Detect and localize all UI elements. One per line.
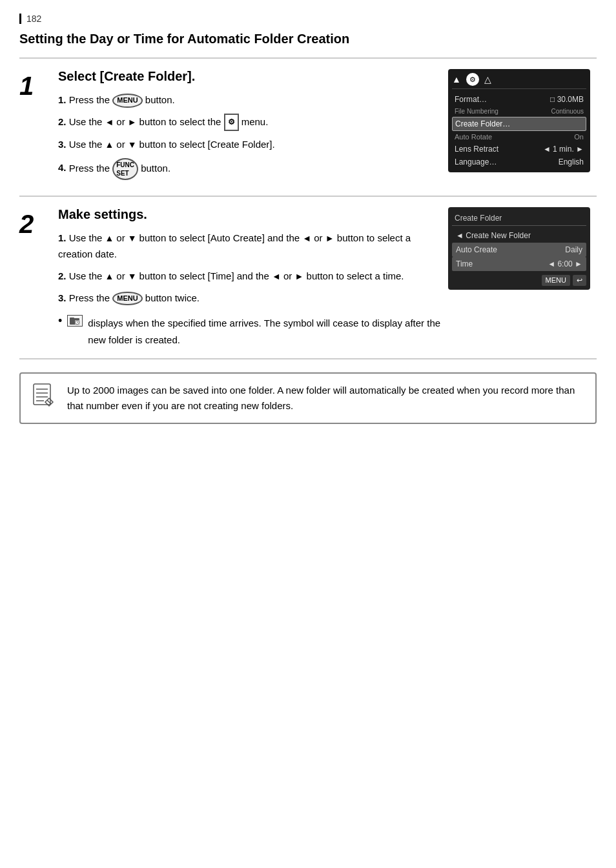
menu-row-format: Format…□ 30.0MB: [452, 93, 586, 106]
menu-footer-btn: MENU: [542, 275, 570, 286]
step-1-screen: ▲ ⚙ △ Format…□ 30.0MB File NumberingCont…: [448, 69, 597, 185]
page-number: 182: [19, 14, 41, 24]
create-new-folder-item: ◄ Create New Folder: [452, 228, 586, 243]
step-1-row: 1 Select [Create Folder]. Press the MENU…: [19, 59, 597, 197]
func-set-button-icon: FUNCSET: [112, 158, 138, 180]
step-2-instruction-3: Press the MENU button twice.: [58, 290, 442, 307]
section-title: Setting the Day or Time for Automatic Fo…: [19, 30, 597, 47]
down-arrow-icon-2b: ▼: [128, 271, 139, 281]
menu-row-language: Language…English: [452, 156, 586, 168]
svg-rect-1: [70, 318, 74, 319]
left-arrow-icon-1: ◄: [105, 117, 117, 127]
info-icon: [31, 383, 57, 409]
screen-header-icons: ▲ ⚙ △: [452, 73, 586, 89]
step-1-content: Select [Create Folder]. Press the MENU b…: [58, 69, 448, 185]
menu-row-lensretract: Lens Retract◄ 1 min. ►: [452, 143, 586, 156]
step-2-instruction-1: Use the ▲ or ▼ button to select [Auto Cr…: [58, 230, 442, 263]
step-2-screen: Create Folder ◄ Create New Folder Auto C…: [448, 207, 597, 348]
left-arrow-icon-2b: ◄: [272, 271, 281, 281]
down-arrow-icon-1: ▼: [128, 139, 139, 150]
step-1-instruction-1: Press the MENU button.: [58, 92, 442, 108]
step-1-title: Select [Create Folder].: [58, 69, 442, 84]
step-1-instruction-3: Use the ▲ or ▼ button to select [Create …: [58, 136, 442, 153]
note-list-icon: [31, 383, 57, 409]
step-2-content: Make settings. Use the ▲ or ▼ button to …: [58, 207, 448, 348]
right-arrow-icon-2a: ►: [325, 233, 334, 243]
menu-row-createfolder: Create Folder…: [452, 117, 586, 131]
person-icon: △: [484, 74, 491, 85]
step-2-note: • displays when the specified time arriv…: [58, 315, 442, 348]
steps-container: 1 Select [Create Folder]. Press the MENU…: [19, 57, 597, 359]
settings-icon: ⚙: [224, 114, 239, 130]
svg-rect-6: [34, 384, 50, 405]
right-arrow-icon-2b: ►: [295, 271, 304, 281]
menu-row-filenumbering: File NumberingContinuous: [452, 106, 586, 117]
auto-create-item: Auto Create Daily: [452, 243, 586, 257]
step-1-instructions: Press the MENU button. Use the ◄ or ► bu…: [58, 92, 442, 180]
step-1-instruction-2: Use the ◄ or ► button to select the ⚙ me…: [58, 114, 442, 131]
left-arrow-icon-2a: ◄: [302, 233, 311, 243]
info-box: Up to 2000 images can be saved into one …: [19, 372, 597, 424]
info-text: Up to 2000 images can be saved into one …: [67, 383, 585, 414]
bullet-point: •: [58, 315, 62, 327]
screen-footer: MENU ↩: [452, 275, 586, 286]
settings-menu-icon: ⚙: [466, 73, 479, 86]
folder-time-icon: [70, 316, 80, 325]
camera-mode-icon: ▲: [452, 74, 461, 85]
up-arrow-icon-1: ▲: [105, 139, 117, 150]
step-2-instruction-2: Use the ▲ or ▼ button to select [Time] a…: [58, 268, 442, 285]
menu-button-icon-1: MENU: [112, 94, 142, 107]
down-arrow-icon-2a: ▼: [128, 233, 139, 243]
step-2-instructions: Use the ▲ or ▼ button to select [Auto Cr…: [58, 230, 442, 348]
back-icon: ↩: [573, 275, 586, 286]
step-1-number: 1: [19, 69, 58, 185]
step-2-row: 2 Make settings. Use the ▲ or ▼ button t…: [19, 197, 597, 360]
create-folder-title: Create Folder: [452, 211, 586, 226]
menu-row-autorotate: Auto RotateOn: [452, 131, 586, 143]
step-2-number: 2: [19, 207, 58, 348]
time-item: Time ◄ 6:00 ►: [452, 257, 586, 271]
menu-button-icon-2: MENU: [112, 292, 142, 305]
create-folder-screen: Create Folder ◄ Create New Folder Auto C…: [448, 207, 590, 290]
step-1-instruction-4: Press the FUNCSET button.: [58, 158, 442, 180]
note-text: displays when the specified time arrives…: [88, 315, 442, 348]
note-folder-icon: [67, 315, 83, 327]
icon-row: ▲ ⚙ △: [452, 73, 491, 86]
up-arrow-icon-2b: ▲: [105, 271, 117, 281]
right-arrow-icon-1: ►: [128, 117, 139, 127]
camera-menu-screen: ▲ ⚙ △ Format…□ 30.0MB File NumberingCont…: [448, 69, 590, 172]
step-2-title: Make settings.: [58, 207, 442, 222]
up-arrow-icon-2a: ▲: [105, 233, 117, 243]
